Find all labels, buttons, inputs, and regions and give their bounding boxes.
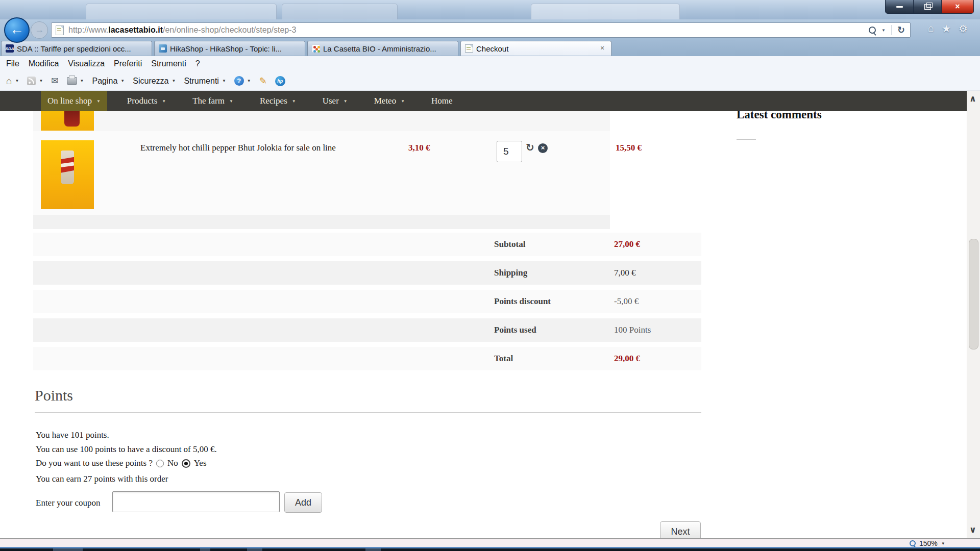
address-bar[interactable]: http://www.lacasettabio.it/en/online-sho… (51, 22, 911, 38)
product-name[interactable]: Extremely hot chilli pepper Bhut Jolokia… (140, 143, 406, 153)
totals-row-shipping: Shipping 7,00 € (33, 261, 701, 285)
search-caret-icon[interactable]: ▼ (881, 28, 886, 33)
tab-lacasetta-admin[interactable]: La Casetta BIO - Amministrazio... (307, 41, 458, 56)
product-image[interactable] (41, 140, 94, 209)
url-text[interactable]: http://www.lacasettabio.it/en/online-sho… (68, 26, 869, 35)
menu-visualizza[interactable]: Visualizza (68, 59, 105, 68)
taskbar-sliver (0, 548, 980, 551)
forward-button[interactable]: → (31, 21, 48, 39)
sda-favicon: SDA (6, 44, 14, 53)
help-icon: ? (234, 76, 244, 86)
tab-sda[interactable]: SDA SDA :: Tariffe per spedizioni occ... (1, 41, 152, 56)
read-mail-command[interactable]: ✉ (51, 76, 58, 86)
back-button[interactable]: ← (4, 17, 30, 43)
minimize-button[interactable] (886, 0, 914, 13)
help-command[interactable]: ? ▼ (234, 76, 251, 86)
nav-item-the-farm[interactable]: The farm ▼ (186, 91, 240, 111)
chevron-down-icon: ▼ (162, 99, 166, 104)
nav-item-user[interactable]: User ▼ (316, 91, 354, 111)
product-line-total: 15,50 € (616, 143, 642, 153)
tab-checkout-active[interactable]: Checkout × (460, 41, 611, 56)
taskbar-item (200, 548, 210, 551)
nav-item-recipes[interactable]: Recipes ▼ (253, 91, 303, 111)
feeds-command[interactable]: ▼ (27, 77, 43, 85)
totals-row-total: Total 29,00 € (33, 347, 701, 370)
points-have-line: You have 101 points. (36, 430, 109, 440)
points-no-label[interactable]: No (167, 458, 178, 468)
strumenti-menu[interactable]: Strumenti ▼ (184, 77, 226, 86)
nav-item-online-shop[interactable]: On line shop ▼ (41, 91, 107, 111)
printer-icon (67, 77, 77, 85)
tab-hikashop[interactable]: HikaShop - HikaShop - Topic: li... (154, 41, 305, 56)
window-titlebar[interactable]: × (0, 0, 980, 19)
nav-label: The farm (192, 96, 225, 106)
chevron-down-icon: ▼ (401, 99, 405, 104)
restore-button[interactable] (914, 0, 942, 13)
scroll-up-icon[interactable]: ∧ (969, 93, 976, 104)
pagina-menu[interactable]: Pagina ▼ (92, 77, 125, 86)
hikashop-favicon (159, 44, 167, 53)
ie-browser-window: × ← → http://www.lacasettabio.it/en/onli… (0, 0, 980, 551)
print-command[interactable]: ▼ (67, 77, 84, 85)
coupon-input[interactable] (112, 491, 280, 512)
add-coupon-button[interactable]: Add (284, 492, 322, 513)
previous-product-image[interactable] (41, 111, 94, 131)
nav-label: Home (431, 96, 453, 106)
total-label: Subtotal (494, 233, 525, 256)
background-window-ghost (86, 4, 277, 20)
scroll-down-icon[interactable]: ∨ (969, 524, 976, 535)
checkout-favicon (465, 44, 473, 53)
pagina-label: Pagina (92, 77, 118, 86)
home-icon[interactable]: ⌂ (928, 22, 934, 35)
menu-modifica[interactable]: Modifica (29, 59, 59, 68)
points-yes-radio[interactable] (182, 459, 190, 468)
nav-label: On line shop (47, 96, 92, 106)
chevron-down-icon: ▼ (292, 99, 296, 104)
menu-preferiti[interactable]: Preferiti (114, 59, 142, 68)
divider (891, 25, 892, 35)
latest-comments-heading: Latest comments (737, 108, 822, 121)
background-window-ghost (282, 4, 398, 20)
caret-down-icon: ▼ (39, 79, 43, 83)
points-yes-label[interactable]: Yes (194, 458, 207, 468)
delete-item-icon[interactable]: × (538, 143, 548, 153)
totals-row-subtotal: Subtotal 27,00 € (33, 233, 701, 256)
menu-strumenti[interactable]: Strumenti (151, 59, 186, 68)
hp-logo-icon: hp (275, 76, 285, 86)
page-favicon (56, 26, 64, 35)
nav-item-products[interactable]: Products ▼ (120, 91, 173, 111)
zoom-level[interactable]: 150% (919, 539, 938, 547)
total-label: Points discount (494, 290, 551, 313)
total-value: 29,00 € (614, 347, 640, 370)
zoom-caret-icon[interactable]: ▼ (941, 541, 945, 546)
menu-file[interactable]: File (6, 59, 19, 68)
nav-item-meteo[interactable]: Meteo ▼ (368, 91, 411, 111)
favorites-star-icon[interactable]: ★ (942, 22, 951, 35)
menu-help[interactable]: ? (195, 59, 200, 68)
scrollbar-thumb[interactable] (969, 239, 978, 349)
caret-down-icon: ▼ (15, 79, 19, 83)
pencil-icon: ✎ (259, 76, 267, 87)
settings-gear-icon[interactable]: ⚙ (959, 22, 968, 35)
hp-command[interactable]: hp (275, 76, 285, 86)
refresh-icon[interactable]: ↻ (897, 24, 905, 36)
zoom-magnifier-icon (910, 540, 916, 546)
home-command[interactable]: ⌂ ▼ (6, 76, 19, 86)
sicurezza-label: Sicurezza (133, 77, 168, 86)
tab-label: La Casetta BIO - Amministrazio... (323, 44, 454, 53)
zoom-control[interactable]: 150% ▼ (910, 539, 945, 547)
taskbar-item (247, 548, 262, 551)
nav-label: User (323, 96, 339, 106)
refresh-quantity-icon[interactable]: ↻ (526, 141, 534, 154)
rss-icon (27, 77, 36, 85)
points-no-radio[interactable] (156, 460, 164, 467)
search-icon[interactable] (869, 27, 876, 34)
sicurezza-menu[interactable]: Sicurezza ▼ (133, 77, 176, 86)
close-window-button[interactable]: × (942, 0, 973, 13)
total-value: -5,00 € (614, 290, 639, 313)
address-bar-tools: ▼ ↻ (869, 24, 910, 36)
quantity-input[interactable] (497, 141, 522, 162)
edit-command[interactable]: ✎ (259, 76, 267, 87)
nav-item-home[interactable]: Home (425, 91, 459, 111)
tab-close-icon[interactable]: × (598, 44, 607, 53)
